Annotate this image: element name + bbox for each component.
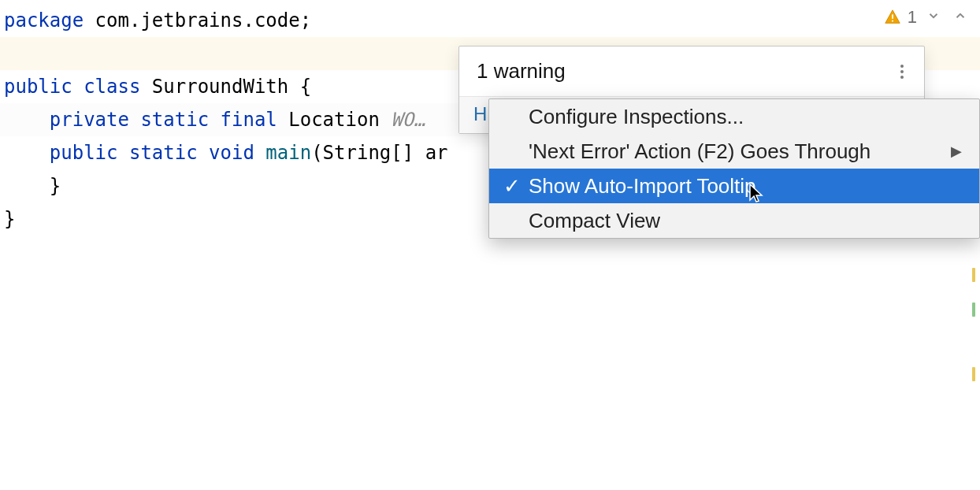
warning-icon	[884, 9, 901, 26]
keyword-public: public	[50, 142, 129, 164]
gutter-mark-warning[interactable]	[972, 268, 975, 282]
gutter-marks	[967, 0, 977, 490]
context-menu: Configure Inspections... 'Next Error' Ac…	[488, 98, 980, 239]
menu-label-next-error: 'Next Error' Action (F2) Goes Through	[529, 139, 951, 164]
warning-count: 1	[908, 7, 917, 28]
var-hint: WO…	[391, 109, 425, 131]
keyword-package: package	[4, 9, 95, 32]
method-name: main	[265, 142, 311, 164]
param-type: String[]	[323, 142, 425, 164]
popup-header: 1 warning	[459, 46, 924, 96]
gutter-mark-ok[interactable]	[972, 303, 975, 317]
menu-item-compact[interactable]: Compact View	[489, 203, 979, 238]
keyword-void: void	[209, 142, 265, 164]
indent	[4, 175, 50, 197]
keyword-class: class	[84, 76, 152, 98]
keyword-private: private	[50, 109, 141, 131]
chevron-right-icon: ▶	[951, 143, 962, 160]
keyword-static: static	[140, 109, 220, 131]
svg-rect-0	[892, 14, 893, 18]
paren-open: (	[311, 142, 322, 164]
package-name: com.jetbrains.code	[95, 9, 300, 32]
menu-item-auto-import[interactable]: ✓ Show Auto-Import Tooltip	[489, 169, 979, 203]
popup-title: 1 warning	[477, 59, 566, 84]
semicolon: ;	[300, 9, 311, 32]
class-name: SurroundWith	[152, 76, 300, 98]
menu-label-auto-import: Show Auto-Import Tooltip	[529, 174, 962, 199]
keyword-public: public	[4, 76, 84, 98]
close-brace: }	[4, 208, 15, 230]
gutter-mark-warning[interactable]	[972, 367, 975, 381]
close-brace: }	[50, 175, 61, 197]
chevron-down-icon[interactable]	[923, 4, 944, 31]
open-brace: {	[300, 76, 311, 98]
menu-label-compact: Compact View	[529, 209, 962, 233]
keyword-final: final	[221, 109, 289, 131]
code-line-1: package com.jetbrains.code;	[0, 4, 980, 37]
indent	[4, 142, 50, 164]
keyword-static: static	[129, 142, 209, 164]
indent	[4, 109, 50, 131]
menu-label-configure: Configure Inspections...	[529, 105, 962, 129]
param-name: ar	[425, 142, 448, 164]
inspection-widget[interactable]: 1	[884, 4, 971, 31]
checkmark-icon: ✓	[503, 174, 529, 199]
menu-item-configure[interactable]: Configure Inspections...	[489, 99, 979, 134]
menu-item-next-error[interactable]: 'Next Error' Action (F2) Goes Through ▶	[489, 134, 979, 169]
highlight-link[interactable]: H	[473, 103, 487, 125]
type-name: Location	[288, 109, 391, 131]
svg-rect-1	[892, 20, 893, 22]
more-icon[interactable]	[897, 61, 907, 82]
